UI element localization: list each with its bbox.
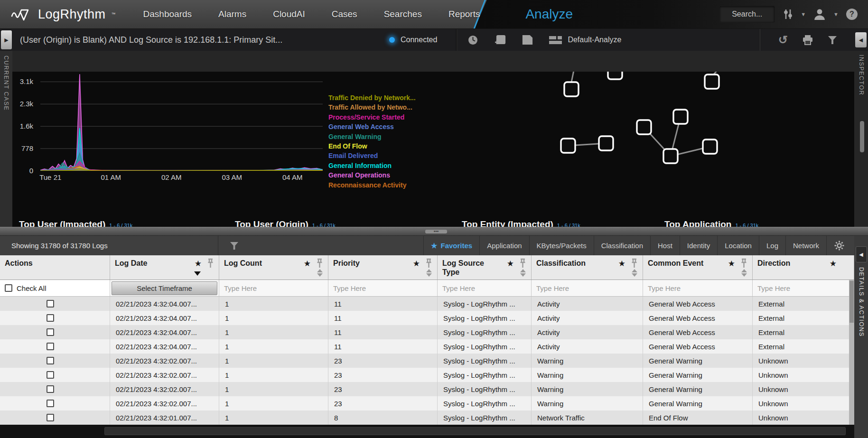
tab-identity[interactable]: Identity bbox=[680, 236, 717, 255]
tab-kbytes-packets[interactable]: KBytes/Packets bbox=[529, 236, 594, 255]
user-profile-icon[interactable] bbox=[813, 8, 826, 20]
horizontal-scrollbar[interactable] bbox=[0, 425, 854, 438]
graph-node[interactable] bbox=[637, 120, 651, 134]
column-pin-icon[interactable] bbox=[426, 258, 432, 269]
graph-node[interactable] bbox=[703, 140, 717, 154]
column-sort-arrows-icon[interactable] bbox=[317, 269, 323, 277]
column-header-log-date[interactable]: Log Date★ bbox=[110, 255, 219, 280]
inspector-panel[interactable]: INSPECTOR bbox=[854, 51, 868, 227]
time-range-clock-icon[interactable] bbox=[467, 35, 478, 46]
nav-item-alarms[interactable]: Alarms bbox=[218, 9, 246, 19]
filter-input-placeholder[interactable]: Type Here bbox=[219, 284, 257, 292]
table-row[interactable]: 02/21/2023 4:32:02.007...123Syslog - Log… bbox=[0, 354, 854, 368]
nav-item-cloudai[interactable]: CloudAI bbox=[273, 9, 305, 19]
search-button[interactable]: Search... bbox=[719, 6, 775, 23]
tab-network[interactable]: Network bbox=[785, 236, 826, 255]
tab-application[interactable]: Application bbox=[479, 236, 529, 255]
tab-log[interactable]: Log bbox=[759, 236, 785, 255]
column-header-common-event[interactable]: Common Event★ bbox=[643, 255, 753, 280]
column-favorite-star-icon[interactable]: ★ bbox=[304, 259, 311, 269]
table-row[interactable]: 02/21/2023 4:32:02.007...123Syslog - Log… bbox=[0, 396, 854, 410]
column-pin-icon[interactable] bbox=[207, 258, 214, 269]
widget-title[interactable]: Top Application1 - 6 / 31k bbox=[664, 219, 758, 227]
tab-classification[interactable]: Classification bbox=[594, 236, 650, 255]
nav-item-reports[interactable]: Reports bbox=[448, 9, 480, 19]
legend-item[interactable]: Traffic Allowed by Netwo... bbox=[328, 103, 416, 112]
column-header-priority[interactable]: Priority★ bbox=[328, 255, 438, 280]
row-checkbox[interactable] bbox=[47, 414, 54, 421]
filter-input-placeholder[interactable]: Type Here bbox=[532, 284, 569, 292]
current-case-label[interactable]: CURRENT CASE bbox=[3, 56, 9, 111]
filter-cell-direction[interactable]: Type Here bbox=[753, 280, 854, 296]
column-favorite-star-icon[interactable]: ★ bbox=[830, 259, 837, 269]
cell-actions[interactable] bbox=[0, 339, 110, 354]
column-sort-arrows-icon[interactable] bbox=[426, 269, 432, 277]
column-header-log-count[interactable]: Log Count★ bbox=[219, 255, 328, 280]
nav-item-cases[interactable]: Cases bbox=[332, 9, 357, 19]
table-row[interactable]: 02/21/2023 4:32:04.007...111Syslog - Log… bbox=[0, 311, 854, 325]
legend-item[interactable]: Email Delivered bbox=[328, 151, 416, 160]
grid-vertical-scrollbar[interactable] bbox=[849, 280, 854, 425]
legend-item[interactable]: General Information bbox=[328, 161, 416, 170]
tab-favorites[interactable]: ★Favorites bbox=[423, 236, 479, 255]
details-panel-open-button[interactable]: ◀ bbox=[856, 246, 867, 262]
legend-item[interactable]: General Operations bbox=[328, 170, 416, 180]
widget-title[interactable]: Top User (Impacted)1 - 6 / 31k bbox=[19, 219, 132, 227]
filter-cell-actions[interactable]: Check All bbox=[0, 280, 110, 296]
column-header-actions[interactable]: Actions bbox=[0, 255, 110, 280]
row-checkbox[interactable] bbox=[47, 385, 54, 393]
entity-node-graph[interactable] bbox=[536, 51, 854, 227]
cell-actions[interactable] bbox=[0, 368, 110, 382]
graph-node[interactable] bbox=[564, 82, 579, 96]
cell-actions[interactable] bbox=[0, 297, 110, 311]
dashboard-selector[interactable]: Default-Analyze bbox=[549, 36, 621, 44]
check-all-checkbox[interactable] bbox=[5, 284, 12, 292]
column-pin-icon[interactable] bbox=[741, 258, 747, 269]
filter-cell-log-date[interactable]: Select Timeframe bbox=[110, 280, 219, 296]
table-row[interactable]: 02/21/2023 4:32:04.007...111Syslog - Log… bbox=[0, 325, 854, 339]
filter-cell-priority[interactable]: Type Here bbox=[328, 280, 438, 296]
column-pin-icon[interactable] bbox=[317, 258, 323, 269]
tab-location[interactable]: Location bbox=[717, 236, 759, 255]
tab-analyze[interactable]: Analyze bbox=[525, 7, 573, 22]
tab-host[interactable]: Host bbox=[650, 236, 680, 255]
current-case-panel[interactable]: CURRENT CASE bbox=[0, 51, 12, 227]
row-checkbox[interactable] bbox=[47, 357, 54, 364]
graph-node[interactable] bbox=[599, 136, 613, 150]
add-widget-icon[interactable] bbox=[495, 35, 506, 45]
column-header-direction[interactable]: Direction★ bbox=[753, 255, 854, 280]
legend-item[interactable]: General Warning bbox=[328, 132, 416, 141]
filter-cell-common-event[interactable]: Type Here bbox=[643, 280, 753, 296]
graph-node[interactable] bbox=[663, 149, 678, 163]
trend-chart-plot[interactable] bbox=[40, 74, 323, 171]
horizontal-splitter[interactable]: ••• bbox=[0, 227, 868, 236]
widget-title[interactable]: Top Entity (Impacted)1 - 6 / 31k bbox=[462, 219, 580, 227]
help-icon[interactable]: ? bbox=[846, 9, 858, 20]
cell-actions[interactable] bbox=[0, 396, 110, 410]
row-checkbox[interactable] bbox=[47, 328, 54, 336]
inspector-scrollbar[interactable] bbox=[860, 121, 864, 152]
preferences-caret-icon[interactable]: ▼ bbox=[801, 11, 806, 17]
row-checkbox[interactable] bbox=[47, 400, 54, 407]
inspector-label[interactable]: INSPECTOR bbox=[858, 55, 865, 95]
filter-cell-classification[interactable]: Type Here bbox=[532, 280, 643, 296]
current-case-expand-button[interactable]: ▶ bbox=[1, 30, 12, 49]
filter-funnel-icon[interactable] bbox=[828, 36, 837, 45]
graph-node[interactable] bbox=[673, 110, 688, 124]
table-row[interactable]: 02/21/2023 4:32:04.007...111Syslog - Log… bbox=[0, 297, 854, 311]
legend-item[interactable]: Reconnaissance Activity bbox=[328, 180, 416, 190]
details-actions-panel[interactable]: ◀ DETAILS & ACTIONS bbox=[854, 236, 868, 438]
column-header-classification[interactable]: Classification★ bbox=[532, 255, 643, 280]
logrhythm-logo[interactable]: LogRhythm ™ bbox=[0, 7, 116, 22]
graph-node[interactable] bbox=[561, 139, 575, 153]
column-pin-icon[interactable] bbox=[520, 258, 526, 269]
undo-icon[interactable]: ↺ bbox=[778, 33, 788, 47]
table-row[interactable]: 02/21/2023 4:32:04.007...111Syslog - Log… bbox=[0, 339, 854, 354]
nav-item-searches[interactable]: Searches bbox=[384, 9, 422, 19]
filter-input-placeholder[interactable]: Type Here bbox=[328, 284, 366, 292]
row-checkbox[interactable] bbox=[47, 300, 54, 308]
row-checkbox[interactable] bbox=[47, 314, 54, 322]
cell-actions[interactable] bbox=[0, 311, 110, 325]
horizontal-scrollbar-thumb[interactable] bbox=[104, 427, 846, 435]
user-caret-icon[interactable]: ▼ bbox=[833, 11, 839, 17]
